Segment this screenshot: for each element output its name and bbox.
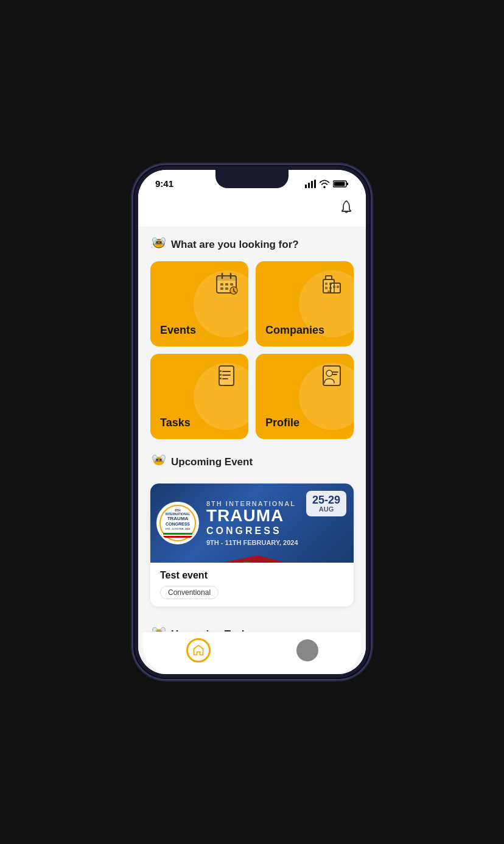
phone-frame: 9:41 [133, 165, 371, 679]
svg-point-54 [156, 459, 158, 461]
events-label: Events [160, 324, 239, 337]
svg-rect-5 [347, 183, 349, 185]
events-icon [214, 271, 239, 300]
svg-rect-42 [220, 370, 222, 372]
tasks-icon [214, 364, 239, 393]
date-month: AUG [312, 505, 340, 513]
svg-rect-34 [329, 287, 332, 289]
svg-point-46 [326, 370, 332, 376]
bottom-nav [143, 631, 361, 674]
event-date-line: 9TH - 11TH FEBRUARY, 2024 [206, 539, 340, 546]
svg-rect-22 [230, 283, 233, 286]
looking-for-label: What are you looking for? [171, 239, 299, 251]
bee-icon-1 [150, 236, 167, 253]
app-header [138, 194, 366, 227]
wifi-icon [319, 180, 330, 188]
battery-icon [333, 180, 349, 188]
bee-icon-2 [150, 454, 167, 470]
tasks-card[interactable]: Tasks [150, 354, 248, 439]
event-banner-content: 8TH INTERNATIONAL TRAUMA CONGRESS 9TH - … [150, 494, 354, 552]
nav-home-circle [186, 638, 211, 663]
event-banner: 8TH INTERNATIONAL TRAUMA CONGRESS 9TH - … [150, 484, 354, 563]
svg-rect-33 [325, 287, 327, 289]
category-grid: Events [150, 261, 354, 439]
upcoming-event-label: Upcoming Event [171, 456, 253, 468]
looking-for-section: What are you looking for? [138, 227, 366, 444]
event-logo-ring: 8TH INTERNATIONAL TRAUMA CONGRESS 9TH - … [159, 505, 196, 541]
svg-rect-31 [325, 283, 327, 285]
companies-card[interactable]: Companies [256, 261, 354, 346]
svg-rect-32 [329, 283, 332, 285]
svg-rect-35 [333, 286, 335, 288]
event-logo-text: 8TH INTERNATIONAL TRAUMA CONGRESS 9TH - … [163, 508, 192, 538]
upcoming-event-section: Upcoming Event [138, 444, 366, 484]
events-card[interactable]: Events [150, 261, 248, 346]
signal-icon [305, 180, 316, 188]
person-icon [301, 644, 314, 657]
svg-rect-20 [220, 283, 223, 286]
svg-rect-30 [326, 276, 332, 280]
event-tag: Conventional [160, 586, 219, 599]
svg-rect-24 [225, 287, 228, 290]
svg-rect-2 [311, 181, 313, 188]
home-icon [192, 644, 205, 656]
svg-rect-44 [220, 378, 222, 379]
svg-point-14 [156, 242, 158, 244]
event-logo: 8TH INTERNATIONAL TRAUMA CONGRESS 9TH - … [156, 502, 199, 544]
svg-rect-29 [331, 283, 340, 293]
nav-home[interactable] [186, 638, 211, 663]
bee-emoji-icon-2 [150, 454, 167, 467]
status-icons [305, 180, 349, 188]
nav-profile[interactable] [296, 639, 318, 661]
event-subtitle: CONGRESS [206, 526, 340, 536]
spacer [138, 607, 366, 616]
svg-rect-21 [225, 283, 228, 286]
event-info: Test event Conventional [150, 563, 354, 607]
bee-emoji-icon [150, 236, 167, 250]
tasks-label: Tasks [160, 417, 239, 429]
svg-rect-43 [220, 374, 222, 376]
svg-rect-23 [220, 287, 223, 290]
notch [215, 170, 289, 188]
svg-point-55 [160, 459, 162, 461]
date-badge: 25-29 AUG [306, 491, 346, 516]
notification-bell-button[interactable] [339, 200, 354, 218]
status-bar: 9:41 [138, 170, 366, 194]
svg-rect-0 [305, 185, 307, 188]
svg-point-63 [305, 645, 309, 650]
svg-rect-6 [334, 181, 345, 186]
scroll-area[interactable]: What are you looking for? [138, 194, 366, 674]
flag-bar [150, 555, 354, 563]
companies-label: Companies [265, 324, 344, 337]
bell-icon [339, 200, 354, 214]
event-name: Test event [160, 570, 344, 581]
nav-profile-avatar [296, 639, 318, 661]
looking-for-title: What are you looking for? [150, 236, 354, 253]
profile-icon [320, 364, 344, 393]
upcoming-event-title: Upcoming Event [150, 454, 354, 470]
phone-screen: 9:41 [138, 170, 366, 674]
svg-rect-3 [314, 180, 316, 188]
event-card[interactable]: 8TH INTERNATIONAL TRAUMA CONGRESS 9TH - … [150, 484, 354, 607]
svg-rect-37 [327, 290, 331, 293]
profile-label: Profile [265, 417, 344, 429]
profile-card[interactable]: Profile [256, 354, 354, 439]
status-time: 9:41 [155, 178, 173, 189]
companies-icon [320, 271, 344, 300]
svg-point-15 [160, 242, 162, 244]
date-day: 25-29 [312, 494, 340, 505]
svg-rect-17 [217, 276, 236, 281]
svg-rect-1 [308, 183, 310, 188]
svg-rect-36 [337, 286, 339, 288]
